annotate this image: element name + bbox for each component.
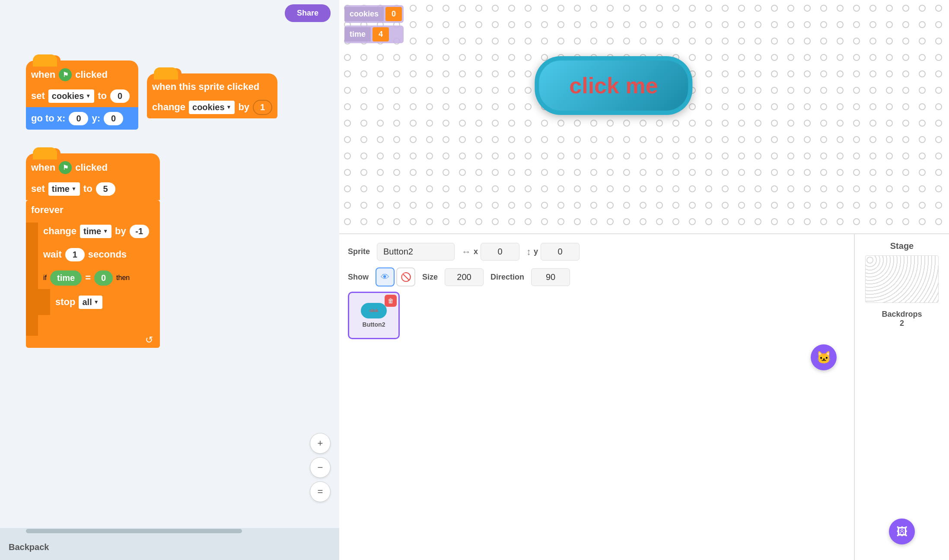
stage[interactable]: cookies 0 time 4 click me [339, 0, 949, 233]
sprite-name-input[interactable] [377, 243, 455, 261]
stop-block[interactable]: stop all ▼ [50, 291, 160, 313]
zero-oval: 0 [94, 270, 113, 286]
time-value-1[interactable]: 5 [96, 182, 115, 196]
by-value-2[interactable]: 1 [253, 100, 272, 115]
goto-xy-block[interactable]: go to x: 0 y: 0 [26, 107, 138, 130]
sprites-list: 🗑 click Button2 [348, 286, 845, 344]
show-label: Show [348, 273, 369, 282]
to-label-1: to [98, 90, 107, 102]
when-sprite-clicked-block[interactable]: when this sprite clicked [147, 73, 277, 96]
by-value-3[interactable]: -1 [130, 225, 149, 238]
flag-icon-1: ⚑ [59, 68, 72, 81]
variables-overlay: cookies 0 time 4 [344, 5, 404, 43]
equals-sign: = [85, 272, 91, 283]
seconds-label: seconds [88, 249, 127, 260]
time-oval: time [50, 270, 82, 286]
show-hidden-btn[interactable]: 🚫 [396, 267, 415, 286]
dropdown-arrow-1: ▼ [86, 93, 91, 99]
time-dropdown-2[interactable]: time ▼ [80, 225, 111, 238]
all-dropdown[interactable]: all ▼ [79, 296, 102, 309]
stage-thumbnail[interactable] [865, 255, 939, 303]
cookies-dropdown-1[interactable]: cookies ▼ [48, 89, 94, 103]
add-backdrop-icon: 🖼 [896, 525, 908, 538]
set-time-block[interactable]: set time ▼ to 5 [26, 178, 160, 200]
zoom-out-button[interactable]: − [310, 457, 331, 478]
time-var-label: time [344, 27, 371, 41]
backpack-label: Backpack [9, 542, 49, 552]
zoom-fit-button[interactable]: = [310, 481, 331, 502]
backpack-bar[interactable]: Backpack [0, 534, 339, 560]
zoom-in-button[interactable]: + [310, 433, 331, 454]
change-label-2: change [152, 102, 185, 113]
when-flag-clicked-block-3[interactable]: when ⚑ clicked [26, 153, 160, 178]
show-toggle: 👁 🚫 [376, 267, 415, 286]
sprite-thumb-button2[interactable]: 🗑 click Button2 [348, 292, 400, 339]
backdrops-label: Backdrops [882, 310, 922, 319]
add-backdrop-button[interactable]: 🖼 [889, 519, 915, 544]
click-me-sprite[interactable]: click me [535, 56, 692, 115]
dropdown-arrow-4: ▼ [103, 228, 108, 234]
if-label: if [43, 274, 47, 282]
sprite-info-row-2: Show 👁 🚫 Size Direction [348, 267, 845, 286]
wait-block[interactable]: wait 1 seconds [38, 243, 160, 266]
change-label-3: change [43, 226, 76, 237]
cookies-dropdown-2[interactable]: cookies ▼ [189, 101, 235, 114]
clicked-label-3: clicked [75, 162, 108, 173]
then-label: then [116, 274, 130, 282]
stage-side-panel: Stage Backdrops 2 🖼 [854, 233, 949, 560]
when-flag-clicked-block-1[interactable]: when ⚑ clicked [26, 60, 138, 85]
add-sprite-button[interactable]: 🐱 [811, 344, 837, 370]
y-coord-label: y [534, 247, 538, 256]
block-group-3: when ⚑ clicked set time ▼ to 5 [26, 153, 160, 348]
set-cookies-block[interactable]: set cookies ▼ to 0 [26, 85, 138, 107]
direction-input[interactable] [531, 268, 570, 286]
sprite-panel: Sprite ↔ x ↕ y Show 👁 🚫 [339, 233, 854, 560]
x-coord-input[interactable] [481, 243, 519, 261]
right-panel: cookies 0 time 4 click me Sprite ↔ x [339, 0, 949, 560]
size-input[interactable] [445, 268, 484, 286]
zoom-controls: + − = [310, 433, 331, 502]
to-label-3: to [83, 183, 92, 194]
forever-block[interactable]: forever change time ▼ by -1 [26, 200, 160, 348]
bottom-panel: Sprite ↔ x ↕ y Show 👁 🚫 [339, 233, 949, 560]
set-label-1: set [31, 90, 45, 102]
cookies-var-label: cookies [344, 7, 384, 21]
x-coord-group: ↔ x [462, 243, 519, 261]
wait-value[interactable]: 1 [65, 248, 85, 261]
stage-label: Stage [890, 241, 914, 251]
change-time-block[interactable]: change time ▼ by -1 [38, 220, 160, 242]
by-label-2: by [238, 102, 249, 113]
backdrops-count: 2 [900, 319, 904, 328]
delete-sprite-btn[interactable]: 🗑 [385, 295, 397, 307]
scroll-bar[interactable] [0, 528, 339, 534]
x-value-1[interactable]: 0 [69, 112, 88, 125]
add-sprite-icon: 🐱 [816, 350, 831, 365]
y-label-1: y: [92, 113, 100, 124]
dropdown-arrow-3: ▼ [71, 186, 76, 192]
cookies-value-1[interactable]: 0 [110, 89, 130, 103]
x-arrow-icon: ↔ [462, 246, 471, 258]
forever-label: forever [26, 200, 160, 218]
when-label-1: when [31, 69, 55, 80]
size-label: Size [422, 273, 438, 282]
loop-arrow: ↺ [145, 334, 153, 346]
code-canvas[interactable]: when ⚑ clicked set cookies ▼ to 0 [0, 26, 339, 528]
if-block[interactable]: if time = 0 then stop [38, 267, 160, 331]
click-me-label: click me [539, 60, 688, 111]
cookies-variable: cookies 0 [344, 5, 404, 23]
code-panel: Share when ⚑ clicked set cookies ▼ [0, 0, 339, 560]
wait-label: wait [43, 249, 62, 260]
x-coord-label: x [474, 247, 478, 256]
show-visible-btn[interactable]: 👁 [376, 267, 395, 286]
y-coord-group: ↕ y [526, 243, 580, 261]
y-value-1[interactable]: 0 [104, 112, 123, 125]
sprite-label: Sprite [348, 247, 370, 256]
change-cookies-block[interactable]: change cookies ▼ by 1 [147, 96, 277, 118]
when-label-3: when [31, 162, 55, 173]
time-variable: time 4 [344, 25, 404, 43]
time-dropdown-1[interactable]: time ▼ [48, 182, 80, 196]
goto-label: go to x: [31, 113, 65, 124]
share-button[interactable]: Share [285, 4, 331, 22]
y-coord-input[interactable] [541, 243, 580, 261]
flag-icon-3: ⚑ [59, 161, 72, 174]
